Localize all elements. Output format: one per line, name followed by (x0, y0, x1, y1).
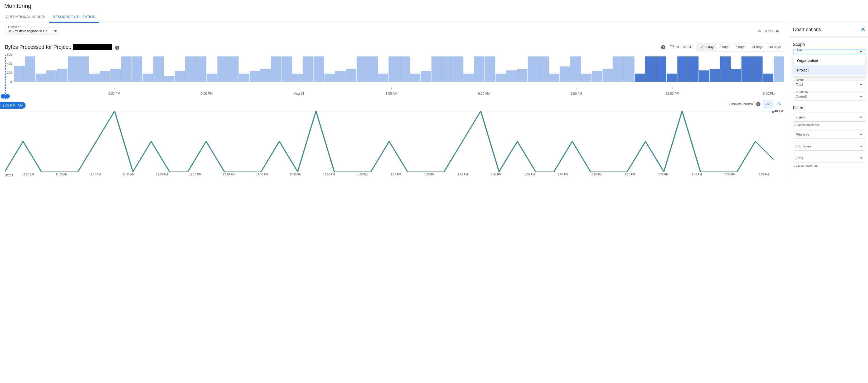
chevron-down-icon (860, 96, 863, 97)
span-option-project[interactable]: Project (794, 65, 865, 75)
range-1day-button[interactable]: 1 day (698, 43, 716, 51)
overview-bar (432, 56, 442, 82)
detail-line-chart[interactable]: 11:20 AM11:30 AM11:40 AM11:50 AM12:00 PM… (5, 111, 784, 177)
jobs-hint: 10 jobs maximum (794, 164, 865, 167)
overview-bar (250, 71, 260, 82)
overview-bar (485, 56, 495, 82)
x-tick: 1:30 PM (458, 173, 468, 176)
tab-operational-health[interactable]: OPERATIONAL HEALTH (2, 11, 49, 23)
overview-bar (271, 56, 281, 82)
overview-bar (496, 73, 506, 82)
overview-bar (666, 73, 677, 82)
metric-select[interactable]: Metric Total (793, 80, 865, 89)
overview-bar (143, 73, 153, 82)
overview-bar (78, 56, 89, 82)
overview-bar (774, 56, 784, 82)
overview-bar (281, 56, 292, 82)
overview-bar (335, 71, 346, 82)
overview-bar (36, 73, 46, 82)
overview-bar (453, 56, 463, 82)
range-14days-button[interactable]: 14 days (748, 43, 766, 51)
brush-handle-right[interactable] (5, 94, 10, 99)
x-tick: 3:00 PM (758, 173, 769, 176)
filters-section-title: Filters (793, 106, 865, 110)
overview-bar (111, 69, 121, 82)
overview-bar (463, 73, 474, 82)
metric-value: Total (796, 83, 803, 87)
users-label: Users (796, 115, 805, 119)
overview-chart[interactable]: 600 400 200 0 Aug 24, 11:05 AM Aug 24, 3… (5, 55, 784, 85)
refresh-button[interactable]: REFRESH (668, 43, 695, 51)
priorities-filter[interactable]: Priorities (793, 130, 865, 139)
close-icon[interactable]: ✕ (861, 27, 865, 32)
x-tick: 12:00 PM (156, 173, 168, 176)
jobs-label: Jobs (796, 156, 803, 160)
overview-bar (742, 56, 752, 82)
help-icon[interactable]: ? (756, 102, 761, 106)
span-select[interactable]: Span Organization Project (793, 50, 865, 54)
span-dropdown-menu: Organization Project (794, 54, 865, 77)
line-chart-svg (5, 111, 774, 172)
metric-label: Metric (795, 78, 805, 82)
help-icon[interactable]: ? (661, 45, 665, 49)
overview-bar (613, 56, 624, 82)
overview-bar (346, 69, 356, 82)
location-value: US (multiple regions in Un… (8, 29, 51, 33)
chart-options-panel: Chart options ✕ Scope Span Organization … (789, 23, 868, 182)
line-view-button[interactable] (763, 100, 773, 109)
y-tick: 0 (10, 80, 12, 83)
copy-url-button[interactable]: COPY URL (754, 27, 784, 35)
range-1day-label: 1 day (705, 45, 714, 49)
chart-title: Bytes Processed for Project: ? (5, 44, 119, 50)
overview-bar (100, 71, 111, 82)
jobs-filter[interactable]: Jobs (793, 154, 865, 163)
users-filter[interactable]: Users (793, 113, 865, 122)
overview-bar (132, 56, 142, 82)
span-option-organization[interactable]: Organization (794, 56, 865, 65)
overview-bar (46, 70, 57, 82)
copy-url-label: COPY URL (763, 29, 781, 33)
x-tick: 12:00 PM (666, 92, 679, 95)
x-tick: 2:00 PM (558, 173, 568, 176)
groupby-label: Group by (795, 90, 809, 93)
help-icon[interactable]: ? (115, 46, 119, 50)
overview-bar (506, 70, 517, 82)
overview-bar (356, 56, 367, 82)
check-icon (700, 45, 704, 49)
overview-bar (303, 56, 314, 82)
overview-bar (378, 73, 389, 82)
tabs: OPERATIONAL HEALTH RESOURCE UTILIZATION (0, 11, 868, 23)
chevron-down-icon (860, 146, 863, 147)
overview-bar (89, 73, 100, 82)
bar-view-button[interactable] (774, 100, 784, 109)
range-3days-button[interactable]: 3 days (716, 43, 732, 51)
overview-bar (239, 73, 249, 82)
overview-bar (688, 56, 699, 82)
x-tick: 2:30 PM (658, 173, 669, 176)
jobtypes-filter[interactable]: Job Types (793, 142, 865, 151)
range-30days-button[interactable]: 30 days (766, 43, 784, 51)
project-name-redacted (73, 44, 112, 50)
overview-bar (656, 56, 666, 82)
overview-bar (14, 66, 25, 82)
overview-bar (699, 70, 709, 82)
y-tick: 200 (7, 71, 12, 74)
x-tick: 11:40 AM (89, 173, 101, 176)
groupby-select[interactable]: Group by Overall (793, 92, 865, 101)
x-tick: 12:50 PM (323, 173, 335, 176)
x-tick: 6:00 PM (108, 92, 120, 95)
brush-rail[interactable] (3, 97, 7, 98)
overview-bar (442, 56, 453, 82)
overview-bar (25, 56, 36, 82)
overview-bar (207, 73, 217, 82)
overview-bar (389, 56, 399, 82)
overview-bar (260, 69, 271, 82)
location-select[interactable]: Location * US (multiple regions in Un… (5, 27, 59, 35)
range-7days-button[interactable]: 7 days (733, 43, 748, 51)
refresh-label: REFRESH (676, 45, 692, 49)
tab-resource-utilization[interactable]: RESOURCE UTILIZATION (49, 11, 99, 23)
y-tick: 400 (7, 62, 12, 65)
overview-bar (421, 71, 431, 82)
overview-bar (624, 56, 634, 82)
x-tick: 1:50 PM (525, 173, 535, 176)
